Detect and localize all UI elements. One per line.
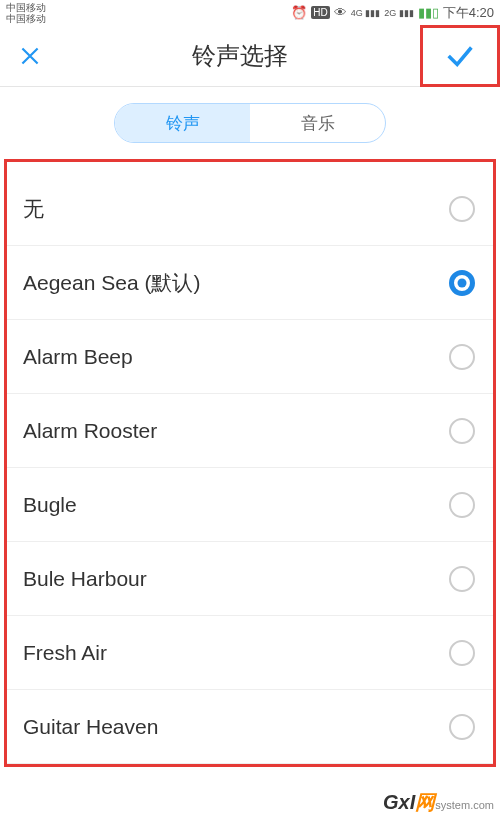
list-item[interactable]: Fresh Air [7,616,493,690]
list-item[interactable]: Hawaii [7,764,493,767]
watermark-suffix: 网 [415,791,435,813]
tab-bar: 铃声 音乐 [0,87,500,159]
radio-icon[interactable] [449,418,475,444]
radio-icon[interactable] [449,344,475,370]
ringtone-label: 无 [23,195,44,223]
status-bar: 中国移动 中国移动 ⏰ HD 👁 4G ▮▮▮ 2G ▮▮▮ ▮▮▯ 下午4:2… [0,0,500,25]
ringtone-label: Bule Harbour [23,567,147,591]
ringtone-label: Alarm Beep [23,345,133,369]
watermark-prefix: GxI [383,791,415,813]
radio-icon[interactable] [449,196,475,222]
page-title: 铃声选择 [192,40,288,72]
tab-music[interactable]: 音乐 [250,104,385,142]
clock-time: 下午4:20 [443,4,494,22]
ringtone-list-container: 无Aegean Sea (默认)Alarm BeepAlarm RoosterB… [4,159,496,767]
radio-icon[interactable] [449,566,475,592]
list-item[interactable]: Bule Harbour [7,542,493,616]
eye-icon: 👁 [334,5,347,20]
confirm-button[interactable] [420,25,500,87]
tab-group: 铃声 音乐 [114,103,386,143]
radio-icon[interactable] [449,270,475,296]
status-icons: ⏰ HD 👁 4G ▮▮▮ 2G ▮▮▮ ▮▮▯ 下午4:20 [291,4,494,22]
close-button[interactable] [0,25,60,87]
list-item[interactable]: 无 [7,172,493,246]
header: 铃声选择 [0,25,500,87]
signal-2g-icon: 2G ▮▮▮ [384,8,414,18]
signal-4g-icon: 4G ▮▮▮ [351,8,381,18]
radio-icon[interactable] [449,492,475,518]
ringtone-label: Bugle [23,493,77,517]
list-item[interactable]: Alarm Beep [7,320,493,394]
battery-icon: ▮▮▯ [418,5,439,20]
list-item[interactable]: Bugle [7,468,493,542]
carrier-labels: 中国移动 中国移动 [6,2,46,24]
alarm-icon: ⏰ [291,5,307,20]
ringtone-list[interactable]: 无Aegean Sea (默认)Alarm BeepAlarm RoosterB… [7,162,493,767]
radio-icon[interactable] [449,714,475,740]
ringtone-label: Aegean Sea (默认) [23,269,200,297]
ringtone-label: Fresh Air [23,641,107,665]
list-item[interactable]: Aegean Sea (默认) [7,246,493,320]
ringtone-label: Guitar Heaven [23,715,158,739]
ringtone-label: Alarm Rooster [23,419,157,443]
carrier-1: 中国移动 [6,2,46,13]
radio-icon[interactable] [449,640,475,666]
carrier-2: 中国移动 [6,13,46,24]
list-item[interactable]: Alarm Rooster [7,394,493,468]
watermark: GxI网system.com [383,789,494,816]
list-item[interactable]: Guitar Heaven [7,690,493,764]
tab-ringtone[interactable]: 铃声 [115,104,250,142]
hd-icon: HD [311,6,329,19]
